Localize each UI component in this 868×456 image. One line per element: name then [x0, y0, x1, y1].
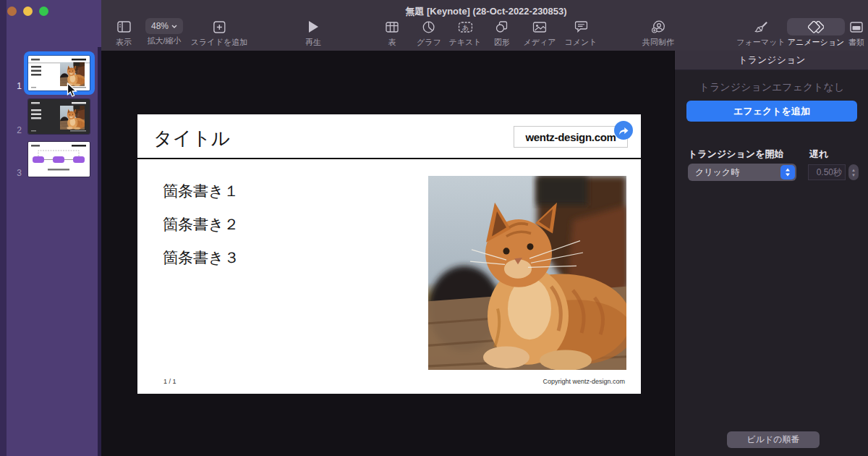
comment-label: コメント: [564, 37, 597, 48]
bullet-item[interactable]: 箇条書き１: [163, 181, 239, 201]
chart-icon: [423, 18, 435, 35]
share-arrow-icon: [614, 121, 633, 140]
delay-input[interactable]: 0.50秒: [808, 164, 846, 180]
play-button[interactable]: 再生: [305, 18, 321, 48]
collaborate-label: 共同制作: [642, 37, 674, 48]
text-label: テキスト: [448, 37, 481, 48]
shape-label: 図形: [494, 37, 510, 48]
view-button[interactable]: 表示: [116, 18, 132, 48]
format-brush-icon: [754, 18, 767, 35]
panel-header: トランジション: [675, 51, 868, 70]
table-button[interactable]: 表: [386, 18, 399, 48]
stepper-up-icon: ▲: [851, 168, 856, 172]
slide-number: 1: [10, 81, 22, 91]
document-icon: [850, 18, 863, 35]
add-slide-button[interactable]: スライドを追加: [191, 18, 247, 48]
traffic-lights: [7, 7, 48, 16]
document-button[interactable]: 書類: [848, 18, 864, 48]
play-label: 再生: [305, 37, 321, 48]
document-label: 書類: [848, 37, 864, 48]
build-order-button[interactable]: ビルドの順番: [727, 431, 820, 448]
zoom-value: 48%: [151, 21, 169, 31]
keynote-window: 1 2: [0, 0, 868, 456]
table-icon: [386, 18, 399, 35]
chart-label: グラフ: [417, 37, 441, 48]
media-icon: [533, 18, 547, 35]
slide-editor[interactable]: タイトル wentz-design.com 箇条書き１ 箇条書き２ 箇条書き３ …: [137, 114, 641, 394]
media-button[interactable]: メディア: [523, 18, 556, 48]
format-button[interactable]: フォーマット: [736, 18, 785, 48]
add-effect-button[interactable]: エフェクトを追加: [686, 101, 857, 122]
page-indicator: 1 / 1: [163, 378, 176, 385]
slide-number: 2: [10, 125, 22, 135]
window-edge: [0, 0, 7, 456]
collaborate-icon: [652, 18, 665, 35]
text-button[interactable]: あ テキスト: [448, 18, 481, 48]
delay-label: 遅れ: [809, 148, 828, 161]
slide-navigator: 1 2: [0, 0, 101, 456]
zoom-label: 拡大/縮小: [147, 35, 181, 46]
zoom-control[interactable]: 48% 拡大/縮小: [145, 18, 183, 46]
chevron-down-icon: [171, 25, 177, 28]
stepper-down-icon: ▼: [851, 173, 856, 177]
table-label: 表: [388, 37, 396, 48]
logo-text: wentz-design.com: [525, 131, 616, 143]
bullet-item[interactable]: 箇条書き２: [163, 214, 239, 235]
chart-button[interactable]: グラフ: [417, 18, 441, 48]
cat-photo[interactable]: [428, 176, 626, 370]
format-label: フォーマット: [736, 37, 785, 48]
comment-icon: [574, 18, 587, 35]
start-transition-dropdown[interactable]: クリック時: [688, 164, 796, 181]
minimize-window-button[interactable]: [23, 7, 33, 16]
play-icon: [308, 18, 318, 35]
mouse-cursor: [67, 83, 78, 98]
delay-stepper[interactable]: ▲ ▼: [848, 164, 859, 180]
shapes-icon: [495, 18, 509, 35]
view-label: 表示: [116, 37, 132, 48]
animate-label: アニメーション: [788, 37, 845, 48]
start-transition-label: トランジションを開始: [688, 148, 783, 161]
slide-canvas[interactable]: タイトル wentz-design.com 箇条書き１ 箇条書き２ 箇条書き３ …: [101, 51, 674, 456]
slide-thumbnail-2[interactable]: [28, 99, 90, 134]
no-transition-label: トランジションエフェクトなし: [675, 81, 868, 94]
logo-box[interactable]: wentz-design.com: [514, 126, 628, 148]
close-window-button[interactable]: [7, 7, 17, 16]
toolbar: 無題 [Keynote] (28-Oct-2022-230853) 表示 48%…: [101, 0, 868, 51]
media-label: メディア: [523, 37, 556, 48]
text-box-icon: あ: [458, 18, 472, 35]
slide-number: 3: [10, 168, 22, 178]
transition-inspector: トランジション トランジションエフェクトなし エフェクトを追加 トランジションを…: [674, 51, 868, 456]
bullet-item[interactable]: 箇条書き３: [163, 248, 239, 268]
slide-thumbnail-3[interactable]: [28, 142, 90, 177]
shape-button[interactable]: 図形: [494, 18, 510, 48]
animate-icon: [787, 18, 845, 35]
comment-button[interactable]: コメント: [564, 18, 597, 48]
dropdown-chevrons-icon: [780, 165, 795, 180]
add-slide-icon: [213, 18, 225, 35]
collaborate-button[interactable]: 共同制作: [642, 18, 674, 48]
zoom-level-button[interactable]: 48%: [145, 18, 183, 34]
dropdown-value: クリック時: [695, 166, 780, 179]
animate-button[interactable]: アニメーション: [787, 18, 845, 48]
view-icon: [117, 18, 131, 35]
slide-thumbnail-1[interactable]: [28, 56, 90, 90]
slide-title-textbox[interactable]: タイトル: [153, 126, 230, 151]
zoom-window-button[interactable]: [39, 7, 48, 16]
title-separator: [137, 158, 641, 159]
add-slide-label: スライドを追加: [191, 37, 247, 48]
svg-text:あ: あ: [461, 24, 468, 31]
window-title: 無題 [Keynote] (28-Oct-2022-230853): [405, 5, 566, 18]
copyright-text: Copyright wentz-design.com: [542, 378, 625, 385]
